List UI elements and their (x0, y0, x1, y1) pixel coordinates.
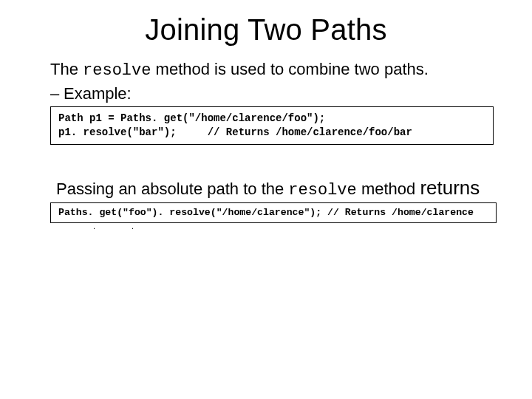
bullet-dash-icon: – (50, 84, 64, 103)
slide-title: Joining Two Paths (30, 13, 502, 47)
under-stubs: . . (50, 222, 502, 231)
inline-code-resolve-1: resolve (83, 61, 151, 80)
bullet-label: Example: (64, 84, 132, 103)
intro-post: method is used to combine two paths. (151, 60, 428, 78)
intro-paragraph: The resolve method is used to combine tw… (50, 60, 502, 80)
code-box-1: Path p1 = Paths. get("/home/clarence/foo… (50, 106, 494, 145)
para2-pre: Passing an absolute path to the (56, 180, 288, 198)
code2-line1: Paths. get("foo"). resolve("/home/claren… (58, 207, 474, 218)
spacer (50, 145, 502, 176)
under-dot-2: . (132, 222, 134, 231)
code-box-2: Paths. get("foo"). resolve("/home/claren… (50, 202, 497, 223)
slide-body: The resolve method is used to combine tw… (30, 60, 502, 231)
para2-mid: method (357, 180, 420, 198)
under-dot-1: . (93, 222, 95, 231)
code1-line1: Path p1 = Paths. get("/home/clarence/foo… (58, 112, 325, 124)
intro-pre: The (50, 60, 83, 78)
code1-line2: p1. resolve("bar"); // Returns /home/cla… (58, 126, 412, 138)
para2-tail: returns (420, 177, 480, 199)
example-bullet: –Example: (50, 84, 502, 103)
para2: Passing an absolute path to the resolve … (50, 176, 502, 202)
inline-code-resolve-2: resolve (288, 181, 356, 200)
slide: Joining Two Paths The resolve method is … (0, 0, 532, 399)
